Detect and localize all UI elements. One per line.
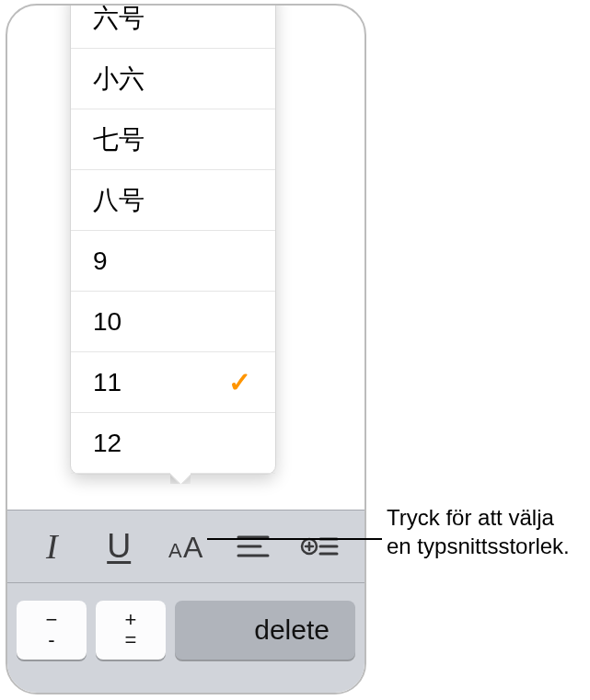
size-option[interactable]: 六号 bbox=[71, 4, 275, 49]
key-minus-bottom: - bbox=[48, 631, 54, 650]
font-size-icon: A A bbox=[163, 528, 209, 565]
checkmark-icon: ✓ bbox=[228, 366, 251, 398]
size-label: 八号 bbox=[93, 183, 145, 218]
callout-leader-line bbox=[207, 538, 382, 540]
keyboard-row: − - + = delete bbox=[7, 592, 364, 668]
insert-icon bbox=[300, 532, 341, 561]
italic-icon: I bbox=[46, 526, 58, 567]
key-minus[interactable]: − - bbox=[17, 601, 87, 660]
font-size-popover: 六号 小六 七号 八号 9 10 11 ✓ 12 bbox=[70, 4, 276, 475]
size-option[interactable]: 小六 bbox=[71, 49, 275, 109]
svg-text:A: A bbox=[168, 539, 182, 562]
insert-button[interactable] bbox=[293, 519, 348, 574]
size-label: 9 bbox=[93, 247, 108, 276]
align-button[interactable] bbox=[226, 519, 281, 574]
popover-tail bbox=[170, 473, 191, 484]
size-label: 12 bbox=[93, 429, 121, 458]
size-option[interactable]: 七号 bbox=[71, 109, 275, 170]
key-equals: = bbox=[125, 631, 137, 650]
font-size-button[interactable]: A A bbox=[158, 519, 214, 574]
svg-text:A: A bbox=[183, 531, 203, 564]
size-label: 七号 bbox=[93, 122, 145, 157]
key-plus-equals[interactable]: + = bbox=[96, 601, 166, 660]
size-label: 小六 bbox=[93, 62, 145, 97]
size-option-selected[interactable]: 11 ✓ bbox=[71, 352, 275, 413]
size-label: 10 bbox=[93, 307, 121, 337]
underline-icon: U bbox=[107, 527, 131, 566]
italic-button[interactable]: I bbox=[24, 519, 79, 574]
callout-text: Tryck för att välja en typsnittsstorlek. bbox=[387, 504, 580, 560]
key-plus: + bbox=[125, 611, 137, 630]
key-delete[interactable]: delete bbox=[175, 601, 355, 660]
size-label: 11 bbox=[93, 368, 121, 397]
format-toolbar: I U A A bbox=[7, 510, 364, 583]
align-icon bbox=[235, 532, 272, 561]
size-label: 六号 bbox=[93, 4, 145, 36]
size-option[interactable]: 12 bbox=[71, 413, 275, 474]
size-option[interactable]: 八号 bbox=[71, 170, 275, 231]
key-delete-label: delete bbox=[254, 614, 330, 646]
size-option[interactable]: 10 bbox=[71, 292, 275, 352]
underline-button[interactable]: U bbox=[91, 519, 146, 574]
size-option[interactable]: 9 bbox=[71, 231, 275, 292]
app-frame: I U A A bbox=[6, 4, 366, 694]
key-minus-top: − bbox=[46, 611, 58, 630]
